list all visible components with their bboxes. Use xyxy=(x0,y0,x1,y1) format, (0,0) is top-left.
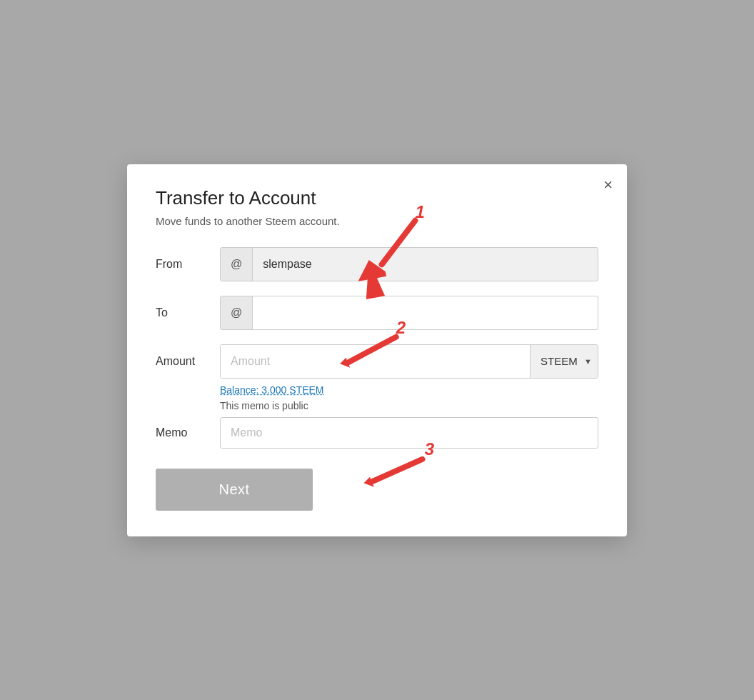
from-label: From xyxy=(156,258,220,271)
from-input-wrapper: @ xyxy=(220,247,598,281)
amount-input-wrapper[interactable]: STEEM SBD ▼ xyxy=(220,344,598,379)
memo-row: Memo xyxy=(156,417,598,449)
modal-subtitle: Move funds to another Steem account. xyxy=(156,215,598,227)
from-at-symbol: @ xyxy=(221,248,253,281)
memo-input[interactable] xyxy=(220,417,598,449)
currency-select[interactable]: STEEM SBD xyxy=(530,345,598,378)
amount-row: Amount STEEM SBD ▼ xyxy=(156,344,598,379)
svg-marker-9 xyxy=(363,476,376,489)
svg-line-8 xyxy=(372,459,422,481)
next-button[interactable]: Next xyxy=(156,469,313,511)
to-at-symbol: @ xyxy=(221,296,253,329)
to-input-wrapper[interactable]: @ xyxy=(220,296,598,330)
memo-label: Memo xyxy=(156,426,220,439)
modal-title: Transfer to Account xyxy=(156,187,598,209)
to-row: To @ xyxy=(156,296,598,330)
balance-text: Balance: 3.000 STEEM xyxy=(220,384,598,396)
from-input xyxy=(253,249,598,279)
amount-label: Amount xyxy=(156,355,220,368)
amount-input[interactable] xyxy=(221,345,530,378)
memo-public-note: This memo is public xyxy=(220,400,598,411)
modal-dialog: × Transfer to Account Move funds to anot… xyxy=(127,164,627,536)
to-label: To xyxy=(156,306,220,319)
currency-wrapper[interactable]: STEEM SBD ▼ xyxy=(530,345,598,378)
from-row: From @ xyxy=(156,247,598,281)
modal-overlay: × Transfer to Account Move funds to anot… xyxy=(0,0,754,700)
close-button[interactable]: × xyxy=(603,177,613,193)
to-input[interactable] xyxy=(253,298,598,328)
